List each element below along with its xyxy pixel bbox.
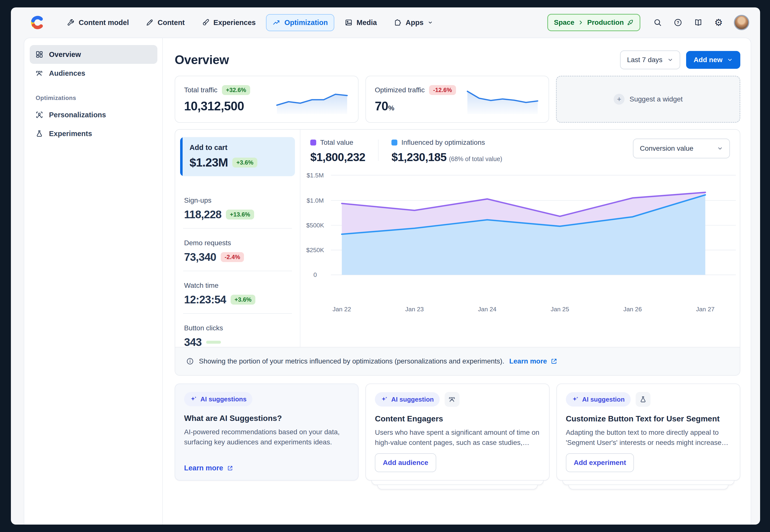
content-panel: Overview Audiences Optimizations Persona…	[24, 38, 751, 525]
metric-add-to-cart[interactable]: Add to cart $1.23M +3.6%	[180, 137, 295, 176]
sidebar-item-audiences[interactable]: Audiences	[30, 64, 157, 83]
docs-button[interactable]	[693, 18, 703, 27]
sidebar-item-personalizations[interactable]: Personalizations	[30, 105, 157, 124]
suggest-widget-card[interactable]: + Suggest a widget	[556, 76, 740, 123]
ai-learn-more-link[interactable]: Learn more	[184, 464, 234, 472]
legend-total-value: Total value $1,800,232	[310, 139, 365, 164]
nav-item-content[interactable]: Content	[139, 14, 191, 31]
metric-demo-requests[interactable]: Demo requests 73,340 -2.4%	[183, 228, 292, 271]
optimized-traffic-sparkline	[465, 83, 540, 115]
date-range-select[interactable]: Last 7 days	[620, 50, 680, 69]
card-stack-layer	[377, 485, 537, 489]
puzzle-icon	[394, 19, 402, 26]
env-name-label: Production	[587, 19, 624, 26]
conversion-area-chart[interactable]: $1.5M$1.0M$500K$250K0Jan 22Jan 23Jan 24J…	[300, 167, 740, 321]
settings-button[interactable]: ⚙︎	[714, 18, 723, 27]
help-button[interactable]: ?	[673, 18, 683, 27]
ai-card-body: Adapting the button text to more directl…	[566, 427, 731, 448]
sparkle-icon	[381, 396, 388, 403]
info-bar: Showing the portion of your metrics infl…	[175, 347, 740, 375]
experiment-type-chip	[636, 392, 650, 407]
metric-trend-badge	[206, 341, 221, 344]
add-new-button[interactable]: Add new	[686, 51, 740, 69]
nav-item-optimization[interactable]: Optimization	[266, 14, 334, 31]
env-space-label: Space	[554, 19, 575, 26]
date-range-value: Last 7 days	[627, 56, 662, 64]
kpi-optimized-traffic[interactable]: Optimized traffic -12.6% 70%	[365, 76, 549, 123]
metrics-list: Add to cart $1.23M +3.6% Sign-ups 118,22…	[175, 130, 300, 347]
metric-watch-time[interactable]: Watch time 12:23:54 +3.6%	[183, 271, 292, 313]
trend-up-icon	[272, 19, 280, 26]
metric-trend-badge: +13.6%	[226, 210, 254, 219]
rocket-icon	[627, 19, 634, 26]
ai-card-wrap: AI suggestion Content Engagers Users who…	[365, 384, 549, 489]
nav-item-content-model[interactable]: Content model	[60, 14, 135, 31]
info-text: Showing the portion of your metrics infl…	[199, 357, 504, 365]
sidebar-item-label: Overview	[49, 50, 81, 59]
kpi-row: Total traffic +32.6% 10,312,500 Optimize…	[175, 76, 740, 123]
sidebar-item-label: Personalizations	[49, 111, 106, 119]
kpi-trend-badge: +32.6%	[222, 85, 250, 95]
card-stack-layer	[568, 485, 728, 489]
info-learn-more-link[interactable]: Learn more	[509, 357, 558, 365]
person-frame-icon	[35, 111, 44, 119]
primary-nav: Content model Content Experiences Optimi…	[60, 14, 439, 31]
svg-text:Jan 24: Jan 24	[478, 306, 497, 313]
sidebar-item-overview[interactable]: Overview	[30, 45, 157, 64]
flask-icon	[35, 129, 44, 138]
metric-trend-badge: +3.6%	[231, 295, 256, 305]
add-audience-button[interactable]: Add audience	[375, 453, 436, 472]
conversion-metric-select[interactable]: Conversion value	[633, 139, 730, 158]
metric-trend-badge: +3.6%	[232, 158, 257, 168]
nav-item-media[interactable]: Media	[338, 14, 383, 31]
nav-item-label: Optimization	[284, 19, 328, 27]
user-avatar[interactable]	[734, 15, 749, 30]
ai-audience-card: AI suggestion Content Engagers Users who…	[365, 384, 549, 481]
metric-label: Button clicks	[184, 324, 291, 332]
card-stack-layer	[371, 481, 543, 485]
kpi-value: 10,312,500	[184, 99, 250, 113]
suggest-widget-label: Suggest a widget	[629, 95, 683, 103]
metric-sign-ups[interactable]: Sign-ups 118,228 +13.6%	[183, 186, 292, 228]
metric-label: Demo requests	[184, 239, 291, 247]
ai-about-card: AI suggestions What are AI Suggestions? …	[175, 384, 359, 481]
add-experiment-button[interactable]: Add experiment	[566, 453, 634, 472]
ai-card-wrap: AI suggestions What are AI Suggestions? …	[175, 384, 359, 489]
nav-item-label: Apps	[406, 19, 424, 27]
metric-value: 343	[184, 336, 202, 347]
total-value-swatch	[310, 140, 316, 145]
nav-item-label: Content model	[79, 19, 129, 27]
search-button[interactable]	[653, 18, 663, 27]
sidebar-item-experiments[interactable]: Experiments	[30, 124, 157, 143]
nav-item-experiences[interactable]: Experiences	[195, 14, 262, 31]
contentful-logo[interactable]	[30, 15, 46, 30]
metrics-chart-panel: Add to cart $1.23M +3.6% Sign-ups 118,22…	[175, 129, 740, 376]
metric-label: Sign-ups	[184, 196, 291, 204]
metric-trend-badge: -2.4%	[221, 252, 244, 262]
nav-item-apps[interactable]: Apps	[387, 14, 439, 31]
nav-item-label: Content	[158, 19, 185, 27]
ai-experiment-card: AI suggestion Customize Button Text for …	[556, 384, 740, 481]
svg-text:Jan 25: Jan 25	[551, 306, 569, 313]
kpi-label: Optimized traffic	[375, 86, 425, 94]
sidebar-section-label: Optimizations	[36, 95, 157, 101]
book-icon	[694, 18, 703, 27]
kpi-value-suffix: %	[388, 104, 394, 112]
chevron-down-icon	[727, 57, 733, 63]
svg-text:Jan 23: Jan 23	[405, 306, 424, 313]
flask-icon	[639, 395, 647, 403]
svg-text:Jan 27: Jan 27	[696, 306, 715, 313]
page-title: Overview	[175, 53, 229, 67]
environment-badge[interactable]: Space Production	[547, 14, 640, 31]
people-icon	[448, 395, 456, 403]
ai-suggestions-row: AI suggestions What are AI Suggestions? …	[175, 384, 740, 489]
svg-text:?: ?	[677, 20, 679, 25]
metric-button-clicks[interactable]: Button clicks 343	[183, 313, 292, 347]
chart-header: Total value $1,800,232 Influenced by opt…	[300, 139, 740, 164]
chevron-down-icon	[428, 20, 433, 25]
influenced-swatch	[391, 140, 397, 145]
kpi-total-traffic[interactable]: Total traffic +32.6% 10,312,500	[175, 76, 359, 123]
ai-suggestion-badge: AI suggestion	[566, 392, 631, 407]
legend-influenced: Influenced by optimizations $1,230,185(6…	[391, 139, 502, 164]
sparkle-icon	[190, 396, 197, 402]
